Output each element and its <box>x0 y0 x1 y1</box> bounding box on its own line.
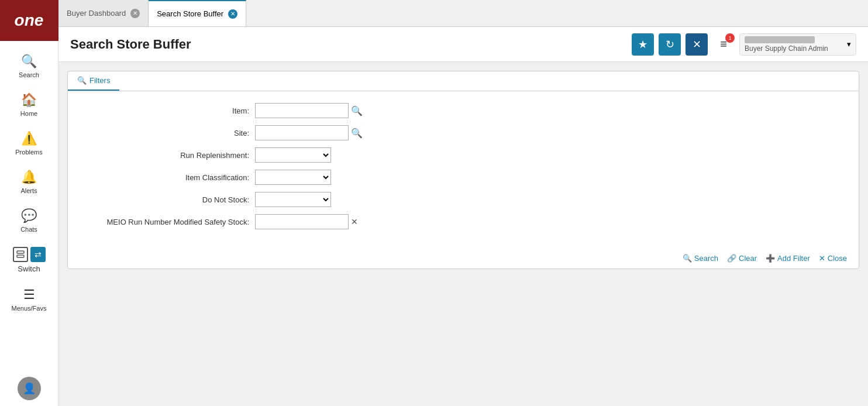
filter-row-site: Site: 🔍 <box>80 125 847 140</box>
add-filter-label: Add Filter <box>777 254 810 263</box>
close-filters-label: Close <box>828 254 847 263</box>
filter-row-item: Item: 🔍 <box>80 103 847 118</box>
close-filters-button[interactable]: ✕ Close <box>819 254 847 263</box>
tab-close-button[interactable]: ✕ <box>130 9 140 18</box>
search-action-label: Search <box>694 254 718 263</box>
run-replenishment-label: Run Replenishment: <box>80 151 255 160</box>
sidebar-item-label: Home <box>20 110 37 117</box>
switch-box-icon <box>13 247 28 262</box>
sidebar: one 🔍 Search 🏠 Home ⚠️ Problems 🔔 Alerts… <box>0 0 58 406</box>
filter-row-item-classification: Item Classification: <box>80 170 847 185</box>
sidebar-item-home[interactable]: 🏠 Home <box>0 85 58 124</box>
do-not-stock-select[interactable] <box>255 192 331 207</box>
filter-icon: 🔍 <box>77 76 87 85</box>
close-filters-icon: ✕ <box>819 254 825 263</box>
tab-close-active-button[interactable]: ✕ <box>228 9 237 19</box>
do-not-stock-label: Do Not Stock: <box>80 195 255 204</box>
filter-row-run-replenishment: Run Replenishment: <box>80 147 847 163</box>
filters-tab-label: Filters <box>89 76 110 85</box>
sidebar-item-menus[interactable]: ☰ Menus/Favs <box>0 280 58 319</box>
search-button[interactable]: 🔍 Search <box>683 254 718 263</box>
sidebar-item-chats[interactable]: 💬 Chats <box>0 201 58 240</box>
svg-rect-0 <box>17 251 24 253</box>
app-logo[interactable]: one <box>0 0 58 41</box>
clear-button[interactable]: 🔗 Clear <box>727 254 757 263</box>
item-search-icon[interactable]: 🔍 <box>351 105 363 116</box>
sidebar-item-problems[interactable]: ⚠️ Problems <box>0 124 58 163</box>
favorite-button[interactable]: ★ <box>632 33 654 56</box>
header-actions: ★ ↻ ✕ ≡ 1 Buyer Supply Chain Admin ▾ <box>632 33 856 56</box>
logo-text: one <box>15 11 44 30</box>
user-name-blurred <box>745 36 815 43</box>
refresh-button[interactable]: ↻ <box>659 33 681 56</box>
site-search-icon[interactable]: 🔍 <box>351 128 363 139</box>
sidebar-item-switch[interactable]: ⇄ Switch <box>0 240 58 280</box>
menus-favs-label: Menus/Favs <box>12 305 47 312</box>
sidebar-nav: 🔍 Search 🏠 Home ⚠️ Problems 🔔 Alerts 💬 C… <box>0 41 58 319</box>
search-icon: 🔍 <box>21 54 37 69</box>
item-classification-label: Item Classification: <box>80 173 255 182</box>
sidebar-item-label: Search <box>19 71 39 78</box>
tab-label: Buyer Dashboard <box>67 9 126 18</box>
sidebar-item-label: Problems <box>15 149 42 156</box>
tab-search-store-buffer[interactable]: Search Store Buffer ✕ <box>149 0 246 26</box>
site-label: Site: <box>80 129 255 137</box>
meio-clear-icon[interactable]: ✕ <box>351 217 358 226</box>
site-input[interactable] <box>255 125 349 140</box>
sidebar-item-alerts[interactable]: 🔔 Alerts <box>0 163 58 201</box>
filters-panel: 🔍 Filters Item: 🔍 Site: 🔍 <box>67 71 859 269</box>
layers-icon <box>16 250 25 259</box>
run-replenishment-select[interactable] <box>255 147 331 163</box>
warning-icon: ⚠️ <box>21 131 37 146</box>
sidebar-item-search[interactable]: 🔍 Search <box>0 47 58 85</box>
main-content: Buyer Dashboard ✕ Search Store Buffer ✕ … <box>58 0 868 406</box>
close-page-button[interactable]: ✕ <box>686 33 708 56</box>
page-title: Search Store Buffer <box>70 37 626 52</box>
bell-icon: 🔔 <box>21 170 37 185</box>
tabs-bar: Buyer Dashboard ✕ Search Store Buffer ✕ <box>58 0 868 27</box>
user-role: Buyer Supply Chain Admin <box>745 44 843 53</box>
add-filter-icon: ➕ <box>766 254 775 263</box>
page-header: Search Store Buffer ★ ↻ ✕ ≡ 1 Buyer Supp… <box>58 27 868 62</box>
clear-icon: 🔗 <box>727 254 736 263</box>
user-avatar[interactable]: 👤 <box>18 377 41 400</box>
switch-label: Switch <box>18 264 40 273</box>
sidebar-item-label: Alerts <box>20 187 37 194</box>
svg-rect-1 <box>17 255 24 257</box>
switch-arrow-icon: ⇄ <box>30 247 46 262</box>
item-input[interactable] <box>255 103 349 118</box>
search-action-icon: 🔍 <box>683 254 692 263</box>
dropdown-arrow-icon: ▾ <box>847 40 851 49</box>
user-dropdown[interactable]: Buyer Supply Chain Admin ▾ <box>739 33 856 56</box>
tab-buyer-dashboard[interactable]: Buyer Dashboard ✕ <box>58 0 149 26</box>
filters-body: Item: 🔍 Site: 🔍 Run Replenishment: <box>68 91 859 248</box>
filters-tab[interactable]: 🔍 Filters <box>68 71 119 91</box>
page-content: 🔍 Filters Item: 🔍 Site: 🔍 <box>58 62 868 406</box>
filters-tab-bar: 🔍 Filters <box>68 71 859 91</box>
tab-label: Search Store Buffer <box>157 9 223 18</box>
home-icon: 🏠 <box>21 92 37 108</box>
filter-row-meio: MEIO Run Number Modified Safety Stock: ✕ <box>80 214 847 229</box>
sidebar-item-label: Chats <box>20 226 37 233</box>
meio-input[interactable] <box>255 214 349 229</box>
add-filter-button[interactable]: ➕ Add Filter <box>766 254 810 263</box>
meio-label: MEIO Run Number Modified Safety Stock: <box>80 218 255 226</box>
menu-icon: ☰ <box>23 287 35 302</box>
item-classification-select[interactable] <box>255 170 331 185</box>
clear-label: Clear <box>739 254 757 263</box>
menu-button[interactable]: ≡ 1 <box>712 33 735 56</box>
filter-row-do-not-stock: Do Not Stock: <box>80 192 847 207</box>
item-label: Item: <box>80 106 255 115</box>
chat-icon: 💬 <box>21 208 37 223</box>
notification-badge: 1 <box>725 33 735 43</box>
filters-actions: 🔍 Search 🔗 Clear ➕ Add Filter ✕ Close <box>68 248 859 269</box>
